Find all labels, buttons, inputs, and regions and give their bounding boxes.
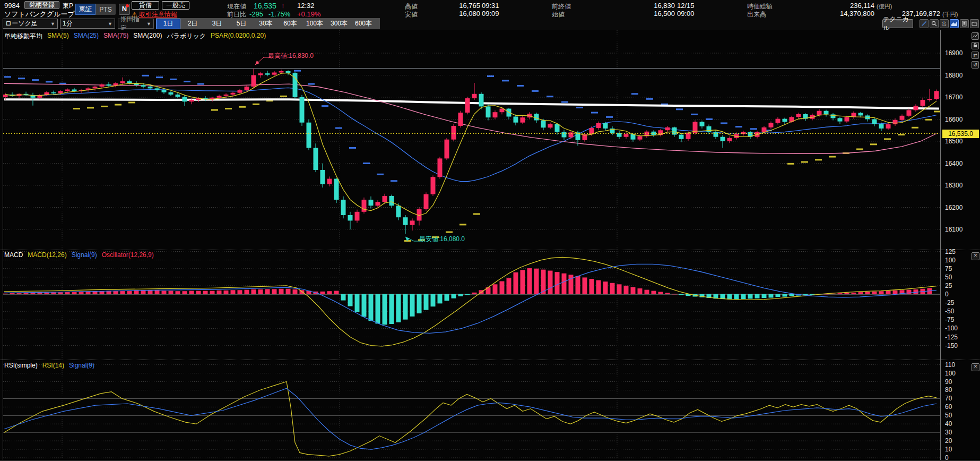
axis-tick: 80 bbox=[945, 386, 952, 394]
axis-tick: 60 bbox=[945, 403, 952, 411]
macd-panel-separator bbox=[0, 250, 980, 250]
sma200-legend: SMA(200) bbox=[133, 32, 162, 41]
session-high-annotation: 最高値:16,830.0 bbox=[268, 52, 314, 61]
axis-tick: 70 bbox=[945, 395, 952, 402]
axis-tick: 110 bbox=[945, 361, 955, 369]
plot-bottom-border bbox=[0, 460, 980, 460]
axis-tick: -25 bbox=[945, 299, 954, 306]
undo-icon[interactable]: ↺ bbox=[972, 61, 979, 69]
axis-tick: 100 bbox=[945, 257, 956, 264]
current-price-axis-badge: 16,535.0 bbox=[942, 130, 979, 138]
session-low-annotation: 最安値:16,080.0 bbox=[419, 235, 465, 244]
rsi-close-icon[interactable]: ✕ bbox=[972, 363, 979, 371]
rsi-legend-title: RSI(simple) bbox=[4, 362, 38, 369]
rsi-legend: RSI(simple) RSI(14) Signal(9) bbox=[4, 362, 94, 369]
macd-close-icon[interactable]: ✕ bbox=[972, 252, 979, 260]
sma-legend: 単純移動平均 SMA(5) SMA(25) SMA(75) SMA(200) パ… bbox=[4, 32, 266, 41]
macd-oscillator-legend: Oscillator(12,26,9) bbox=[102, 251, 154, 259]
psar-legend: PSAR(0.0200,0.20) bbox=[211, 32, 266, 41]
axis-tick: -100 bbox=[945, 325, 958, 332]
axis-tick: 16100 bbox=[945, 226, 962, 233]
rsi-line-legend: RSI(14) bbox=[42, 362, 64, 369]
axis-tick: 10 bbox=[945, 446, 952, 453]
axis-border bbox=[940, 30, 941, 460]
macd-legend-title: MACD bbox=[4, 251, 23, 259]
sma25-legend: SMA(25) bbox=[74, 32, 99, 41]
axis-tick: 75 bbox=[945, 265, 952, 272]
axis-tick: 100 bbox=[945, 370, 956, 377]
macd-line-legend: MACD(12,26) bbox=[28, 251, 66, 259]
axis-tick: 90 bbox=[945, 378, 952, 386]
chart-canvas[interactable] bbox=[0, 0, 980, 461]
axis-tick: 25 bbox=[945, 282, 952, 289]
chart-region: 単純移動平均 SMA(5) SMA(25) SMA(75) SMA(200) パ… bbox=[0, 30, 980, 461]
rsi-panel-separator bbox=[0, 360, 980, 360]
axis-tick: 30 bbox=[945, 429, 952, 436]
sma75-legend: SMA(75) bbox=[103, 32, 128, 41]
sma5-legend: SMA(5) bbox=[47, 32, 69, 41]
axis-tick: 16500 bbox=[945, 138, 962, 145]
axis-tick: 16700 bbox=[945, 93, 962, 101]
axis-tick: 0 bbox=[945, 291, 949, 298]
axis-tick: 40 bbox=[945, 420, 952, 428]
axis-tick: -150 bbox=[945, 342, 958, 349]
axis-tick: -75 bbox=[945, 316, 954, 323]
axis-tick: 16600 bbox=[945, 116, 962, 123]
rsi-signal-legend: Signal(9) bbox=[69, 362, 94, 369]
axis-tick: 125 bbox=[945, 248, 956, 255]
macd-signal-legend: Signal(9) bbox=[72, 251, 97, 259]
parabolic-legend-title: パラボリック bbox=[167, 32, 206, 41]
axis-tick: 16800 bbox=[945, 72, 962, 79]
sma-legend-title: 単純移動平均 bbox=[4, 32, 42, 41]
chart-tool-icon[interactable] bbox=[972, 32, 979, 40]
axis-tick: 50 bbox=[945, 412, 952, 419]
axis-tick: 16900 bbox=[945, 49, 962, 57]
axis-tick: 20 bbox=[945, 437, 952, 445]
axis-tick: -50 bbox=[945, 308, 954, 315]
axis-tick: -125 bbox=[945, 334, 958, 341]
plot-left-border bbox=[3, 30, 3, 460]
lock-icon[interactable] bbox=[972, 42, 979, 49]
axis-tick: 50 bbox=[945, 274, 952, 281]
axis-tick: 16300 bbox=[945, 182, 962, 189]
swap-arrows-icon[interactable]: ⇄ bbox=[972, 52, 979, 59]
axis-tick: 16200 bbox=[945, 204, 962, 211]
axis-tick: 16400 bbox=[945, 160, 962, 167]
macd-legend: MACD MACD(12,26) Signal(9) Oscillator(12… bbox=[4, 251, 154, 259]
